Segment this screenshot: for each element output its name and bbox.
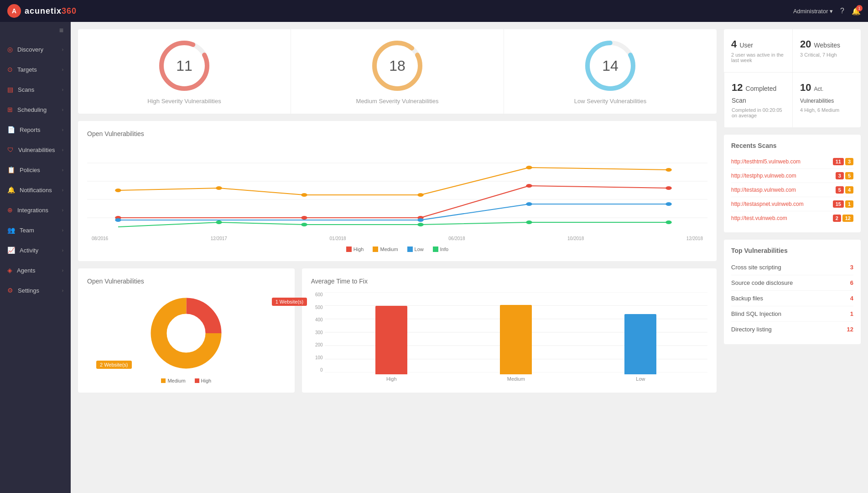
logo-text: acunetix360 (25, 6, 77, 16)
high-label: High Severity Vulnerabilities (147, 98, 221, 105)
vulnerabilities-icon: 🛡 (7, 146, 14, 153)
chevron-icon: › (62, 228, 63, 233)
sidebar-toggle[interactable]: ≡ (0, 22, 71, 39)
svg-point-20 (665, 186, 672, 190)
pie-legend-high: High (195, 378, 212, 383)
legend-info: Info (433, 246, 448, 252)
sidebar-item-agents[interactable]: ◈ Agents › (0, 260, 71, 280)
vuln-count-1: 3 (850, 264, 853, 271)
activity-icon: 📈 (7, 246, 15, 254)
scan-url-4[interactable]: http://testaspnet.vulnweb.com (731, 201, 804, 207)
svg-point-12 (301, 193, 307, 197)
main-content: 11 High Severity Vulnerabilities 18 Medi… (71, 22, 868, 493)
svg-rect-38 (195, 378, 199, 383)
chart-title: Open Vulnerabilities (87, 130, 707, 137)
sidebar-label-agents: Agents (17, 267, 35, 274)
vuln-row-1: Cross site scripting 3 (731, 260, 853, 275)
line-chart (87, 145, 707, 236)
chevron-icon: › (62, 208, 63, 213)
vuln-card-title: Top Vulnerabilities (731, 247, 853, 254)
donut-high: 11 (157, 38, 212, 93)
sidebar-item-notifications[interactable]: 🔔 Notifications › (0, 180, 71, 200)
chevron-icon: › (62, 188, 63, 193)
tooltip-2: 2 Website(s) (96, 361, 132, 369)
badge-red-4: 15 (833, 200, 844, 208)
sidebar-item-scans[interactable]: ▤ Scans › (0, 79, 71, 100)
bar-medium (500, 305, 532, 374)
sidebar-item-discovery[interactable]: ◎ Discovery › (0, 39, 71, 59)
sidebar-item-team[interactable]: 👥 Team › (0, 220, 71, 240)
pie-title: Open Vulnerabilities (87, 278, 286, 285)
badge-orange-1: 3 (845, 158, 853, 165)
scan-url-2[interactable]: http://testphp.vulnweb.com (731, 173, 796, 179)
main-right: 4 User 2 user was active in the last wee… (724, 29, 861, 486)
sidebar-label-settings: Settings (18, 287, 39, 294)
admin-dropdown[interactable]: Administrator ▾ (793, 8, 833, 15)
pie-wrapper: 1 Website(s) 2 Website(s) (87, 292, 286, 374)
sidebar-item-reports[interactable]: 📄 Reports › (0, 120, 71, 140)
scan-row-1: http://testhtml5.vulnweb.com 11 3 (731, 155, 853, 169)
vuln-count-4: 1 (850, 310, 853, 317)
scan-badges-1: 11 3 (833, 158, 853, 165)
bar-label-low: Low (583, 376, 698, 382)
vuln-row-5: Directory listing 12 (731, 322, 853, 337)
scan-url-1[interactable]: http://testhtml5.vulnweb.com (731, 158, 800, 165)
scan-row-5: http://test.vulnweb.com 2 12 (731, 211, 853, 225)
sidebar-label-scans: Scans (18, 86, 34, 93)
scan-badges-3: 5 4 (836, 186, 853, 194)
scan-row-3: http://testasp.vulnweb.com 5 4 (731, 183, 853, 197)
svg-point-27 (417, 223, 424, 226)
svg-point-23 (526, 202, 532, 206)
svg-point-29 (665, 220, 672, 224)
scan-badges-5: 2 12 (833, 215, 853, 222)
vuln-row-3: Backup files 4 (731, 291, 853, 306)
policies-icon: 📋 (7, 166, 15, 173)
svg-point-14 (526, 166, 532, 169)
layout: ≡ ◎ Discovery › ⊙ Targets › ▤ Scans › ⊞ (0, 22, 868, 493)
vuln-name-5: Directory listing (731, 326, 772, 333)
svg-rect-33 (433, 246, 438, 252)
topnav: A acunetix360 Administrator ▾ ? 🔔 1 (0, 0, 868, 22)
sidebar-item-settings[interactable]: ⚙ Settings › (0, 280, 71, 300)
scans-icon: ▤ (7, 86, 13, 93)
badge-red-1: 11 (833, 158, 844, 165)
notifications-button[interactable]: 🔔 1 (852, 7, 861, 16)
svg-point-26 (301, 223, 307, 226)
integrations-icon: ⊕ (7, 206, 13, 214)
stat-vuln-sub: 4 High, 6 Medium (800, 107, 853, 113)
vuln-name-1: Cross site scripting (731, 264, 781, 271)
sidebar-label-vulnerabilities: Vulnerabilities (18, 147, 55, 153)
chevron-icon: › (62, 107, 63, 112)
medium-count: 18 (389, 58, 405, 74)
sidebar-label-discovery: Discovery (17, 46, 43, 53)
scan-row-2: http://testphp.vulnweb.com 3 5 (731, 169, 853, 183)
scan-url-5[interactable]: http://test.vulnweb.com (731, 215, 787, 221)
sidebar-label-team: Team (20, 227, 34, 234)
sidebar-label-scheduling: Scheduling (17, 106, 47, 113)
badge-red-2: 3 (836, 172, 844, 179)
x-axis-labels: 08/2016 12/2017 01/2018 06/2018 10/2018 … (87, 236, 707, 241)
help-button[interactable]: ? (840, 7, 844, 15)
sidebar-label-targets: Targets (17, 66, 37, 73)
sidebar-item-activity[interactable]: 📈 Activity › (0, 240, 71, 260)
sidebar-item-targets[interactable]: ⊙ Targets › (0, 59, 71, 79)
team-icon: 👥 (7, 226, 15, 234)
sidebar-item-scheduling[interactable]: ⊞ Scheduling › (0, 100, 71, 120)
open-vuln-chart: Open Vulnerabilities (78, 121, 717, 261)
stat-websites-sub: 3 Critical, 7 High (800, 52, 853, 58)
svg-point-13 (417, 193, 424, 197)
sidebar-item-policies[interactable]: 📋 Policies › (0, 160, 71, 180)
svg-rect-32 (407, 246, 413, 252)
vuln-row-4: Blind SQL Injection 1 (731, 306, 853, 322)
sidebar-item-vulnerabilities[interactable]: 🛡 Vulnerabilities › (0, 140, 71, 160)
badge-orange-4: 1 (845, 200, 853, 208)
legend-low: Low (407, 246, 424, 252)
scan-url-3[interactable]: http://testasp.vulnweb.com (731, 187, 796, 193)
topnav-right: Administrator ▾ ? 🔔 1 (793, 7, 861, 16)
pie-legend: Medium High (87, 378, 286, 383)
badge-red-5: 2 (833, 215, 841, 222)
vuln-row-2: Source code disclosure 6 (731, 275, 853, 291)
bar-low (624, 314, 656, 374)
vuln-card: Top Vulnerabilities Cross site scripting… (724, 240, 861, 344)
sidebar-item-integrations[interactable]: ⊕ Integrations › (0, 200, 71, 220)
